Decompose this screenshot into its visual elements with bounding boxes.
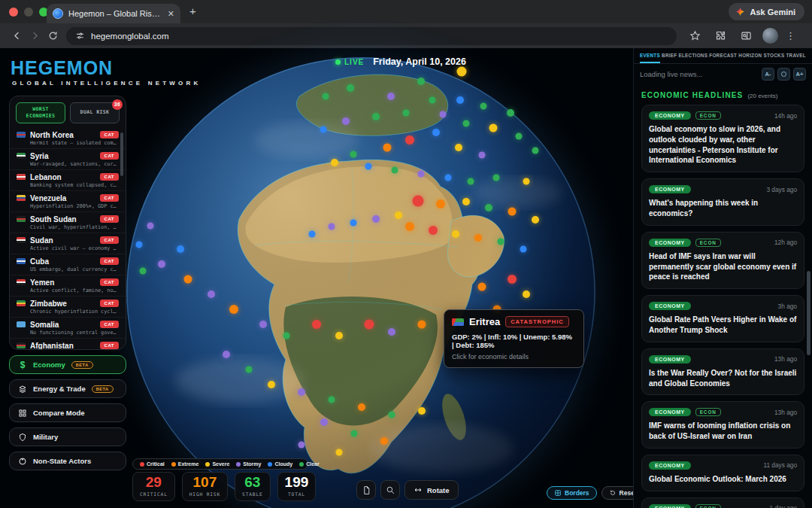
bookmark-button[interactable] bbox=[686, 27, 704, 45]
country-name: North Korea bbox=[30, 131, 74, 139]
news-card[interactable]: ECONOMYECON 14h ago Global economy to sl… bbox=[641, 105, 804, 172]
reload-button[interactable] bbox=[44, 27, 62, 45]
ask-gemini-button[interactable]: Ask Gemini bbox=[729, 3, 804, 20]
back-button[interactable] bbox=[8, 27, 26, 45]
country-description: Active civil war — economy collaps... bbox=[17, 245, 119, 251]
country-name: Sudan bbox=[30, 236, 53, 245]
country-list-item[interactable]: South Sudan CAT Civil war, hyperinflatio… bbox=[10, 212, 126, 233]
export-button[interactable] bbox=[356, 480, 376, 500]
borders-button[interactable]: Borders bbox=[547, 486, 597, 500]
address-bar[interactable]: hegemonglobal.com bbox=[66, 27, 677, 45]
country-list-item[interactable]: Sudan CAT Active civil war — economy col… bbox=[10, 233, 126, 254]
news-card[interactable]: ECONOMY 3 days ago What's happening this… bbox=[641, 178, 804, 226]
toggle-dual-risk[interactable]: DUAL RISK 36 bbox=[70, 102, 120, 123]
country-list-item[interactable]: Yemen CAT Active conflict, famine, no fu… bbox=[10, 275, 126, 297]
forward-button[interactable] bbox=[26, 27, 44, 45]
country-description: War-ravaged, sanctions, currency c... bbox=[17, 161, 119, 167]
news-card[interactable]: ECONOMY 11 days ago Global Economic Outl… bbox=[641, 455, 804, 491]
mode-button-compare-mode[interactable]: Compare Mode bbox=[9, 403, 126, 422]
news-tab-brief[interactable]: BRIEF bbox=[662, 48, 677, 63]
news-tab-elections[interactable]: ELECTIONS bbox=[678, 48, 707, 63]
mode-label: Energy & Trade bbox=[33, 385, 86, 393]
eritrea-flag-icon bbox=[452, 318, 464, 326]
country-name: Syria bbox=[30, 152, 48, 160]
country-list-item[interactable]: Afghanistan CAT Taliban takeover collaps… bbox=[10, 339, 126, 350]
news-headline: Global Economic Outlook: March 2026 bbox=[649, 474, 797, 485]
news-category-badge: ECONOMY bbox=[649, 461, 691, 470]
rotate-button[interactable]: Rotate bbox=[404, 480, 459, 500]
close-window-button[interactable] bbox=[9, 8, 18, 17]
shield-icon bbox=[18, 433, 27, 442]
legend-label: Severe bbox=[212, 461, 229, 467]
gemini-sparkle-icon bbox=[735, 7, 745, 17]
country-list-item[interactable]: Cuba CAT US embargo, dual currency colla… bbox=[10, 254, 126, 275]
country-flag-icon bbox=[17, 216, 26, 222]
legend-item: Extreme bbox=[171, 461, 199, 467]
news-headline: Head of IMF says Iran war will permanent… bbox=[649, 251, 797, 282]
country-list-item[interactable]: North Korea CAT Hermit state — isolated … bbox=[10, 128, 126, 149]
mode-button-military[interactable]: Military bbox=[9, 427, 126, 446]
toggle-worst-economies[interactable]: WORST ECONOMIES bbox=[16, 102, 65, 123]
country-list-scrollbar[interactable] bbox=[120, 132, 123, 176]
browser-tab[interactable]: Hegemon – Global Risk Monitor ✕ bbox=[47, 4, 180, 23]
news-card[interactable]: ECONOMYECON 13h ago IMF warns of looming… bbox=[641, 401, 804, 449]
mode-button-non-state-actors[interactable]: Non-State Actors bbox=[9, 452, 126, 470]
refresh-news-button[interactable] bbox=[777, 68, 790, 81]
legend-dot-icon bbox=[299, 462, 304, 467]
country-list-item[interactable]: Somalia CAT No functioning central gover… bbox=[10, 318, 126, 339]
country-description: Active conflict, famine, no functioni... bbox=[17, 287, 119, 294]
dollar-icon: $ bbox=[18, 360, 27, 370]
stat-label: STABLE bbox=[242, 491, 263, 497]
map-tools: Rotate bbox=[356, 480, 459, 500]
search-button[interactable] bbox=[380, 480, 400, 500]
news-list: ECONOMYECON 14h ago Global economy to sl… bbox=[634, 105, 812, 508]
news-timestamp: 13h ago bbox=[774, 409, 797, 416]
news-card[interactable]: ECONOMY 3h ago Global Rate Path Veers Hi… bbox=[641, 295, 804, 342]
mode-button-energy-trade[interactable]: Energy & Trade BETA bbox=[9, 379, 126, 398]
app-window: Hegemon – Global Risk Monitor ✕ + Ask Ge… bbox=[0, 0, 812, 508]
news-category-badge: ECON bbox=[695, 111, 721, 120]
news-tab-stocks[interactable]: STOCKS bbox=[763, 48, 784, 63]
profile-avatar[interactable] bbox=[762, 28, 778, 44]
news-headline: What's happening this week in economics? bbox=[649, 198, 797, 219]
browser-menu-button[interactable]: ⋮ bbox=[786, 30, 795, 41]
news-scrollbar[interactable] bbox=[807, 271, 810, 355]
country-flag-icon bbox=[17, 153, 26, 159]
country-list-item[interactable]: Syria CAT War-ravaged, sanctions, curren… bbox=[10, 149, 126, 170]
cat-risk-badge: CAT bbox=[100, 278, 119, 286]
country-description: Civil war, hyperinflation, oil depend... bbox=[17, 224, 119, 230]
site-settings-icon[interactable] bbox=[75, 31, 85, 41]
country-flag-icon bbox=[17, 132, 26, 138]
country-list-item[interactable]: Venezuela CAT Hyperinflation 200%+, GDP … bbox=[10, 191, 126, 212]
new-tab-button[interactable]: + bbox=[189, 5, 196, 17]
news-tab-events[interactable]: EVENTS bbox=[640, 48, 660, 63]
browser-tab-strip: Hegemon – Global Risk Monitor ✕ + Ask Ge… bbox=[0, 0, 812, 23]
minimize-window-button[interactable] bbox=[24, 8, 33, 17]
window-controls[interactable] bbox=[9, 8, 48, 17]
news-card[interactable]: ECONOMYECON 1 day ago India Remains Amon… bbox=[641, 497, 804, 508]
news-tab-horizon[interactable]: HORIZON bbox=[738, 48, 762, 63]
news-category-badge: ECONOMY bbox=[649, 355, 691, 364]
news-tab-travel[interactable]: TRAVEL bbox=[786, 48, 806, 63]
extensions-button[interactable] bbox=[711, 27, 729, 45]
ask-gemini-label: Ask Gemini bbox=[750, 8, 795, 17]
worst-economies-panel: WORST ECONOMIES DUAL RISK 36 North Korea… bbox=[9, 96, 126, 350]
font-larger-button[interactable]: A+ bbox=[793, 68, 806, 81]
mode-button-economy[interactable]: $ Economy BETA bbox=[9, 355, 126, 374]
tab-close-icon[interactable]: ✕ bbox=[168, 9, 174, 19]
stat-label: CRITICAL bbox=[140, 491, 168, 497]
country-list-item[interactable]: Lebanon CAT Banking system collapsed, cu… bbox=[10, 170, 126, 191]
news-tab-forecast[interactable]: FORECAST bbox=[709, 48, 737, 63]
country-list-item[interactable]: Zimbabwe CAT Chronic hyperinflation cycl… bbox=[10, 297, 126, 318]
news-card[interactable]: ECONOMYECON 12h ago Head of IMF says Ira… bbox=[641, 232, 804, 289]
font-smaller-button[interactable]: A- bbox=[762, 68, 774, 81]
news-headline: Is the War Really Over? Not for the Isra… bbox=[649, 368, 797, 389]
reset-icon bbox=[609, 489, 617, 497]
globe-map[interactable] bbox=[126, 57, 595, 508]
globe-earth bbox=[126, 57, 595, 508]
news-card[interactable]: ECONOMY 13h ago Is the War Really Over? … bbox=[641, 348, 804, 396]
news-headline: Global Rate Path Veers Higher in Wake of… bbox=[649, 315, 797, 336]
country-tooltip[interactable]: Eritrea CATASTROPHIC GDP: 2% | Infl: 10%… bbox=[444, 309, 584, 368]
side-panel-button[interactable] bbox=[737, 27, 755, 45]
country-description: Chronic hyperinflation cycles, curre... bbox=[17, 309, 119, 315]
